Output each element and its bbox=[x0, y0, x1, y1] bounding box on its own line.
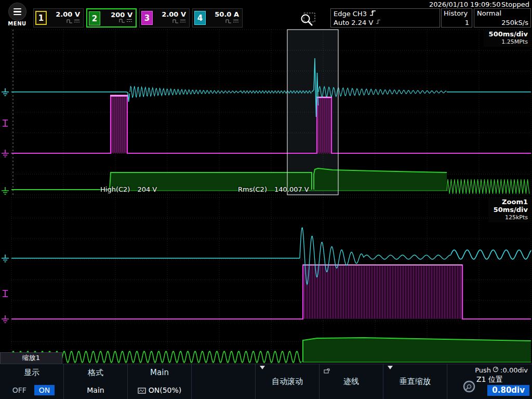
datetime-display: 2026/01/10 19:09:50 bbox=[429, 1, 500, 8]
menu-section-vzoom[interactable]: 垂直缩放 bbox=[383, 364, 447, 399]
trigger-level: Auto 2.24 V bbox=[334, 19, 373, 26]
main-record-length: 1.25MPts bbox=[489, 38, 528, 46]
channel-2-badge: 2 bbox=[89, 11, 100, 25]
measurement-label: Rms(C2) bbox=[238, 185, 267, 193]
z1-position-label: Z1 位置 bbox=[447, 375, 532, 384]
menu-section-empty bbox=[192, 364, 256, 399]
menu-section-autoscroll[interactable]: 自动滚动 bbox=[256, 364, 320, 399]
history-label: History bbox=[444, 9, 468, 17]
menu-section-display[interactable]: 显示 OFFON bbox=[0, 364, 64, 399]
zoom-timebase: 50ms/div bbox=[494, 206, 528, 214]
sample-rate: 250kS/s bbox=[501, 19, 528, 26]
main-timebase: 500ms/div bbox=[489, 30, 528, 38]
zoom-title: Zoom1 bbox=[494, 198, 528, 206]
channel-2-box[interactable]: 2 200 V bbox=[86, 8, 137, 28]
trigger-info-box[interactable]: Edge CH3 Auto 2.24 V bbox=[330, 8, 440, 28]
zoom-record-length: 125kPts bbox=[494, 214, 528, 221]
coupling-icon bbox=[225, 16, 239, 25]
measurement-rms-c2: Rms(C2)140.007 V bbox=[238, 185, 309, 193]
zoom-waveform-canvas bbox=[0, 196, 532, 364]
main-waveform-area[interactable]: 500ms/div 1.25MPts High(C2)204 V Rms(C2)… bbox=[0, 29, 532, 197]
zoom-waveform-area[interactable]: Zoom1 50ms/div 125kPts bbox=[0, 196, 532, 364]
measurement-high-c2: High(C2)204 V bbox=[100, 185, 157, 193]
detach-window-icon bbox=[324, 366, 330, 376]
top-bar: MENU 1 2.00 V 2 200 V 3 2.00 V 4 50.0 bbox=[0, 0, 532, 29]
soft-menu-bar: 显示 OFFON 格式 Main Main ON(50%) 自动滚动 迹线 bbox=[0, 364, 532, 399]
knob-push-icon bbox=[493, 366, 499, 374]
display-off-button[interactable]: OFF bbox=[9, 385, 30, 395]
zoom-search-icon[interactable] bbox=[298, 10, 317, 29]
main-waveform-canvas bbox=[0, 29, 532, 196]
measurement-value: 140.007 V bbox=[274, 185, 309, 193]
menu-button-label: MENU bbox=[6, 21, 28, 26]
menu-section-trace[interactable]: 迹线 bbox=[320, 364, 383, 399]
dropdown-arrow-icon bbox=[260, 366, 265, 369]
push-value: :0.00div bbox=[500, 366, 528, 374]
acq-mode-label: Normal bbox=[477, 9, 501, 17]
push-label: Push bbox=[475, 366, 491, 374]
coupling-icon bbox=[172, 16, 186, 25]
menu-button[interactable]: MENU bbox=[6, 3, 28, 26]
display-on-button[interactable]: ON bbox=[34, 385, 55, 395]
menu-section-format[interactable]: 格式 Main bbox=[64, 364, 128, 399]
main-timebase-readout: 500ms/div 1.25MPts bbox=[484, 30, 531, 47]
main-title: Main bbox=[128, 368, 191, 377]
acquisition-mode-box[interactable]: Normal 250kS/s bbox=[474, 8, 531, 28]
rising-edge-icon-small bbox=[376, 19, 381, 26]
history-count: 1 bbox=[465, 19, 469, 26]
hamburger-icon bbox=[8, 3, 26, 21]
rising-edge-icon bbox=[369, 9, 376, 18]
acquisition-status: Stopped bbox=[501, 1, 529, 8]
dropdown-arrow-icon bbox=[388, 366, 393, 369]
vzoom-label: 垂直缩放 bbox=[400, 377, 431, 387]
rotary-knob-icon[interactable] bbox=[463, 380, 475, 395]
history-box[interactable]: History 1 bbox=[441, 8, 472, 28]
coupling-icon bbox=[119, 15, 132, 25]
main-on50-value[interactable]: ON(50%) bbox=[128, 386, 191, 394]
channel-3-box[interactable]: 3 2.00 V bbox=[139, 8, 190, 28]
channel-4-badge: 4 bbox=[194, 11, 206, 25]
autoscroll-label: 自动滚动 bbox=[272, 377, 303, 387]
measurement-label: High(C2) bbox=[100, 185, 130, 193]
channel-1-box[interactable]: 1 2.00 V bbox=[33, 8, 84, 28]
display-title: 显示 bbox=[0, 368, 63, 378]
menu-tab-zoom1[interactable]: 缩放1 bbox=[0, 352, 62, 364]
z1-position-value[interactable]: 0.80div bbox=[487, 385, 529, 396]
channel-3-badge: 3 bbox=[141, 11, 153, 25]
zoom-timebase-readout: Zoom1 50ms/div 125kPts bbox=[488, 197, 531, 222]
trigger-type: Edge CH3 bbox=[334, 10, 367, 18]
measurement-value: 204 V bbox=[137, 185, 157, 193]
menu-section-main[interactable]: Main ON(50%) bbox=[128, 364, 192, 399]
channel-4-box[interactable]: 4 50.0 A bbox=[192, 8, 243, 28]
format-value[interactable]: Main bbox=[64, 386, 127, 394]
channel-1-badge: 1 bbox=[35, 11, 47, 25]
oscilloscope-screen: MENU 1 2.00 V 2 200 V 3 2.00 V 4 50.0 bbox=[0, 0, 532, 399]
window-wave-icon bbox=[138, 386, 149, 394]
coupling-icon bbox=[66, 16, 80, 25]
menu-section-knob[interactable]: Push :0.00div Z1 位置 0.80div bbox=[447, 364, 532, 399]
knob-push-readout: Push :0.00div bbox=[475, 366, 528, 374]
format-title: 格式 bbox=[64, 368, 127, 378]
trace-label: 迹线 bbox=[343, 377, 359, 387]
